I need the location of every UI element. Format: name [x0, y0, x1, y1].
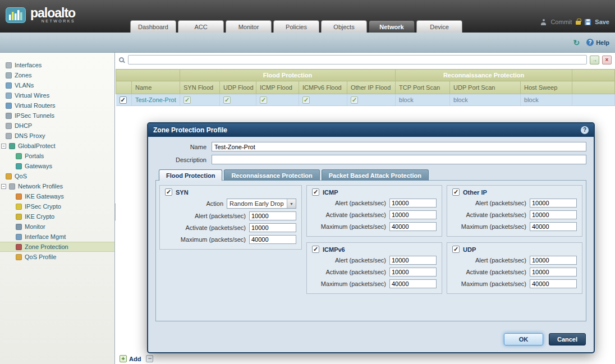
sidebar-item-zone-protection[interactable]: Zone Protection: [0, 242, 114, 252]
sidebar-item-virtual-wires[interactable]: Virtual Wires: [0, 90, 114, 100]
dropdown-arrow-icon[interactable]: ▼: [287, 199, 296, 208]
tab-dashboard[interactable]: Dashboard: [130, 20, 176, 33]
column-header-syn-flood[interactable]: SYN Flood: [180, 81, 220, 94]
syn-action-value: Random Early Drop: [227, 200, 287, 207]
other-ip-maximum-input[interactable]: [530, 222, 577, 231]
search-clear-button[interactable]: ×: [602, 56, 612, 64]
column-header-host-sweep[interactable]: Host Sweep: [521, 81, 572, 94]
udp-enabled-checkbox[interactable]: ✓: [452, 246, 460, 253]
icmp-alert-input[interactable]: [389, 199, 437, 208]
sidebar-item-label: QoS Profile: [25, 254, 56, 260]
icmpv6-maximum-input[interactable]: [389, 279, 437, 288]
tab-device[interactable]: Device: [416, 20, 462, 33]
row-checkbox[interactable]: ✓: [120, 96, 127, 104]
tab-flood-protection[interactable]: Flood Protection: [159, 169, 222, 181]
table-row[interactable]: ✓ Test-Zone-Prot ✓ ✓ ✓ ✓ ✓ block block b…: [116, 94, 615, 106]
icmp-activate-label: Activate (packets/sec): [325, 211, 386, 218]
clipped-footer-button[interactable]: −: [146, 355, 153, 362]
name-input[interactable]: [212, 142, 586, 151]
sidebar-item-qos-profile[interactable]: QoS Profile: [0, 252, 114, 262]
collapse-toggle-icon[interactable]: −: [1, 144, 6, 149]
tab-monitor[interactable]: Monitor: [226, 20, 272, 33]
sidebar-item-portals[interactable]: Portals: [0, 151, 114, 161]
sidebar-item-ipsec-crypto[interactable]: IPSec Crypto: [0, 201, 114, 211]
dialog-title-bar[interactable]: Zone Protection Profile ?: [148, 123, 594, 137]
description-input[interactable]: [212, 155, 586, 164]
other-ip-alert-input[interactable]: [530, 199, 577, 208]
network-profiles-icon: [9, 183, 15, 190]
sidebar-item-monitor[interactable]: Monitor: [0, 222, 114, 232]
sidebar-item-globalprotect[interactable]: − GlobalProtect: [0, 141, 114, 151]
zone-protection-icon: [16, 244, 22, 250]
column-header-other-ip-flood[interactable]: Other IP Flood: [347, 81, 396, 94]
icmp-activate-input[interactable]: [389, 210, 437, 219]
sidebar-item-ike-crypto[interactable]: IKE Crypto: [0, 211, 114, 222]
search-go-button[interactable]: →: [590, 56, 599, 64]
syn-activate-input[interactable]: [249, 223, 296, 232]
sidebar-item-qos[interactable]: QoS: [0, 171, 114, 181]
sidebar-item-dns-proxy[interactable]: DNS Proxy: [0, 131, 114, 141]
udp-maximum-input[interactable]: [530, 279, 577, 288]
refresh-icon[interactable]: ↻: [573, 39, 580, 46]
cancel-button[interactable]: Cancel: [549, 333, 586, 345]
sidebar-item-ike-gateways[interactable]: IKE Gateways: [0, 191, 114, 201]
add-button[interactable]: + Add: [120, 355, 141, 362]
tab-reconnaissance-protection[interactable]: Reconnaissance Protection: [224, 169, 319, 181]
column-header-icmpv6-flood[interactable]: ICMPv6 Flood: [299, 81, 347, 94]
top-actions: Commit Save: [540, 19, 609, 25]
sidebar-item-network-profiles[interactable]: − Network Profiles: [0, 181, 114, 191]
other-ip-activate-input[interactable]: [530, 210, 577, 219]
sidebar-item-ipsec-tunnels[interactable]: IPSec Tunnels: [0, 110, 114, 121]
sidebar-item-label: Virtual Wires: [15, 92, 49, 99]
sidebar-item-virtual-routers[interactable]: Virtual Routers: [0, 100, 114, 110]
interface-mgmt-icon: [16, 234, 22, 240]
icmp-enabled-checkbox[interactable]: ✓: [312, 188, 319, 196]
column-header-name[interactable]: Name: [132, 81, 180, 94]
sidebar-item-interfaces[interactable]: Interfaces: [0, 60, 114, 70]
column-header-tcp-port-scan[interactable]: TCP Port Scan: [396, 81, 450, 94]
syn-action-select[interactable]: Random Early Drop ▼: [227, 199, 296, 209]
sidebar-item-zones[interactable]: Zones: [0, 70, 114, 80]
sidebar-item-interface-mgmt[interactable]: Interface Mgmt: [0, 232, 114, 242]
syn-alert-input[interactable]: [249, 211, 296, 220]
column-header-icmp-flood[interactable]: ICMP Flood: [256, 81, 299, 94]
sidebar-item-label: IKE Gateways: [25, 193, 64, 200]
row-name-link[interactable]: Test-Zone-Prot: [132, 94, 180, 106]
sidebar-item-dhcp[interactable]: DHCP: [0, 121, 114, 131]
icmpv6-enabled-checkbox[interactable]: ✓: [312, 246, 319, 253]
udp-maximum-label: Maximum (packets/sec): [461, 280, 526, 287]
host-sweep-value: block: [521, 94, 572, 106]
other-ip-flood-check-icon: ✓: [351, 96, 358, 104]
column-header-udp-flood[interactable]: UDP Flood: [220, 81, 256, 94]
tab-objects[interactable]: Objects: [321, 20, 367, 33]
help-button[interactable]: ? Help: [586, 39, 609, 46]
icmpv6-alert-input[interactable]: [389, 256, 437, 265]
virtual-wires-icon: [6, 93, 12, 99]
commit-button[interactable]: Commit: [550, 19, 572, 25]
palo-alto-logo-icon: [6, 7, 26, 23]
tab-policies[interactable]: Policies: [273, 20, 319, 33]
icmp-maximum-input[interactable]: [389, 222, 437, 231]
ok-button[interactable]: OK: [504, 333, 543, 345]
lock-icon: [576, 21, 581, 25]
icmpv6-activate-input[interactable]: [389, 268, 437, 277]
brand-name: paloalto: [30, 7, 75, 19]
dialog-help-icon[interactable]: ?: [581, 126, 589, 134]
sidebar-item-label: IKE Crypto: [25, 213, 54, 220]
tab-network[interactable]: Network: [369, 20, 415, 33]
flood-protection-tab-panel: ✓ SYN Action Random Early Drop ▼ Alert (…: [155, 180, 586, 321]
tab-acc[interactable]: ACC: [178, 20, 224, 33]
collapse-toggle-icon[interactable]: −: [1, 184, 6, 189]
search-input[interactable]: [128, 55, 587, 64]
tab-packet-based-attack-protection[interactable]: Packet Based Attack Protection: [322, 169, 429, 181]
udp-activate-input[interactable]: [530, 268, 577, 277]
sidebar-item-vlans[interactable]: VLANs: [0, 80, 114, 90]
other-ip-enabled-checkbox[interactable]: ✓: [452, 188, 460, 196]
syn-enabled-checkbox[interactable]: ✓: [165, 188, 172, 196]
sidebar-item-gateways[interactable]: Gateways: [0, 161, 114, 171]
plus-icon: +: [120, 355, 127, 362]
column-header-udp-port-scan[interactable]: UDP Port Scan: [450, 81, 521, 94]
syn-maximum-input[interactable]: [249, 235, 296, 244]
udp-alert-input[interactable]: [530, 256, 577, 265]
save-button[interactable]: Save: [595, 19, 609, 25]
